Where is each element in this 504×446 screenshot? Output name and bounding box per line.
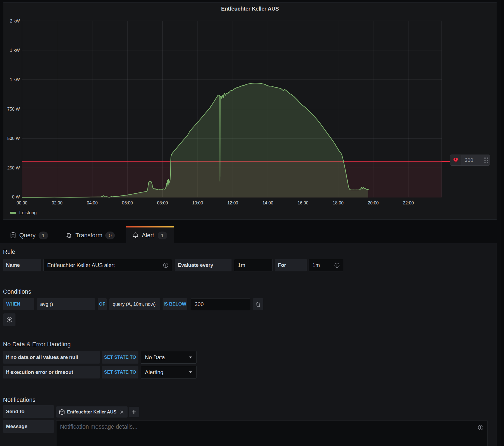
svg-text:14:00: 14:00 [262, 201, 273, 205]
svg-text:02:00: 02:00 [52, 201, 62, 205]
svg-text:00:00: 00:00 [17, 201, 27, 205]
svg-text:0 W: 0 W [12, 195, 20, 199]
svg-text:20:00: 20:00 [368, 201, 379, 205]
svg-text:08:00: 08:00 [157, 201, 168, 205]
svg-text:16:00: 16:00 [297, 201, 308, 205]
svg-text:250 W: 250 W [7, 166, 20, 170]
svg-text:2 kW: 2 kW [10, 19, 20, 23]
svg-text:1 kW: 1 kW [10, 77, 20, 82]
svg-text:10:00: 10:00 [192, 201, 203, 205]
svg-text:750 W: 750 W [7, 107, 20, 111]
svg-text:22:00: 22:00 [403, 201, 414, 205]
svg-text:12:00: 12:00 [227, 201, 238, 205]
svg-text:06:00: 06:00 [122, 201, 133, 205]
svg-text:04:00: 04:00 [87, 201, 98, 205]
svg-text:18:00: 18:00 [333, 201, 344, 205]
svg-text:1 kW: 1 kW [10, 48, 20, 53]
svg-text:500 W: 500 W [7, 136, 20, 141]
